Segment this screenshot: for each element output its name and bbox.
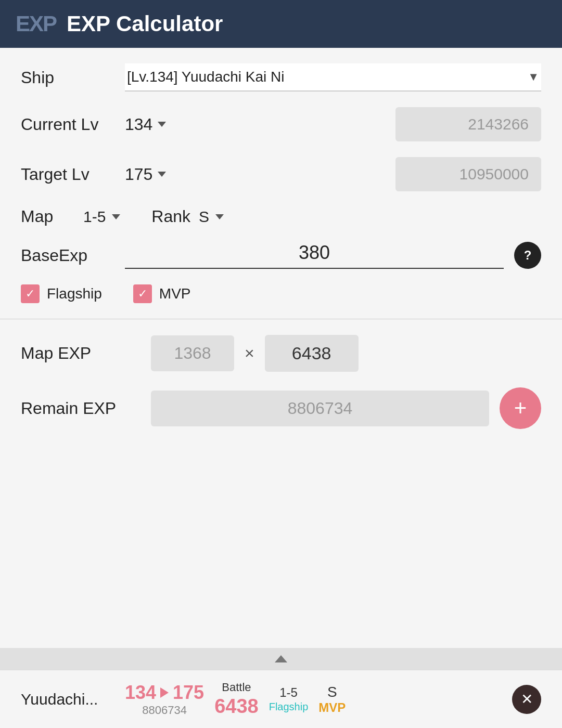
rank-value: S xyxy=(199,208,209,226)
current-lv-exp: 2143266 xyxy=(395,107,541,141)
map-chevron-icon xyxy=(112,214,120,219)
baseexp-input[interactable] xyxy=(125,242,504,264)
mapexp-label: Map EXP xyxy=(21,344,140,363)
close-icon: ✕ xyxy=(521,691,533,708)
target-lv-chevron-icon xyxy=(158,172,166,177)
summary-lv-from: 134 xyxy=(125,682,156,704)
mapexp-row: Map EXP 1368 × 6438 xyxy=(21,335,541,372)
flagship-checkbox[interactable]: ✓ xyxy=(21,284,40,303)
app-header: EXP EXP Calculator xyxy=(0,0,562,48)
target-lv-row: Target Lv 175 10950000 xyxy=(21,157,541,191)
summary-levels: 134 175 xyxy=(125,682,204,704)
remain-label: Remain EXP xyxy=(21,399,140,418)
summary-row: Yuudachi... 134 175 8806734 Battle 6438 … xyxy=(0,670,562,728)
map-rank-row: Map 1-5 Rank S xyxy=(21,207,541,226)
mvp-label: MVP xyxy=(159,285,191,302)
summary-flagship-val: Flagship xyxy=(269,701,309,713)
map-value: 1-5 xyxy=(83,208,106,226)
current-lv-select[interactable]: 134 xyxy=(125,110,166,139)
checkbox-row: ✓ Flagship ✓ MVP xyxy=(21,284,541,303)
app-title: EXP Calculator xyxy=(67,11,223,36)
summary-arrow-icon xyxy=(160,687,169,698)
section-divider xyxy=(0,319,562,319)
mvp-checkbox-item[interactable]: ✓ MVP xyxy=(133,284,191,303)
main-content: Ship [Lv.134] Yuudachi Kai Ni ▼ Current … xyxy=(0,48,562,648)
baseexp-label: BaseExp xyxy=(21,246,114,265)
summary-battle-label: Battle xyxy=(222,681,251,694)
current-lv-chevron-icon xyxy=(158,122,166,127)
rank-chevron-icon xyxy=(215,214,224,219)
ship-chevron-icon: ▼ xyxy=(528,70,539,84)
current-lv-value: 134 xyxy=(125,115,152,134)
summary-rank-val: S xyxy=(327,684,337,700)
flagship-check-icon: ✓ xyxy=(25,287,35,301)
summary-close-button[interactable]: ✕ xyxy=(512,685,541,714)
summary-ship-name: Yuudachi... xyxy=(21,691,114,708)
target-lv-value: 175 xyxy=(125,165,152,184)
summary-remain-exp: 8806734 xyxy=(142,704,187,717)
ship-label: Ship xyxy=(21,68,114,87)
map-selector[interactable]: 1-5 xyxy=(83,208,120,226)
mapexp-value: 1368 xyxy=(151,335,234,371)
map-label: Map xyxy=(21,207,62,226)
mvp-check-icon: ✓ xyxy=(138,287,147,301)
target-lv-exp: 10950000 xyxy=(395,157,541,191)
baseexp-input-container xyxy=(125,242,504,269)
target-lv-label: Target Lv xyxy=(21,165,114,184)
summary-battle-count: 6438 xyxy=(214,695,259,718)
multiply-sign: × xyxy=(245,344,254,363)
target-lv-select[interactable]: 175 xyxy=(125,160,166,189)
rank-label: Rank xyxy=(151,207,190,226)
mvp-checkbox[interactable]: ✓ xyxy=(133,284,152,303)
add-button[interactable]: + xyxy=(500,387,541,429)
panel-toggle-chevron-icon xyxy=(275,655,287,662)
panel-toggle[interactable] xyxy=(0,648,562,670)
summary-levels-block: 134 175 8806734 xyxy=(125,682,204,717)
flagship-label: Flagship xyxy=(47,285,102,302)
remain-value: 8806734 xyxy=(151,391,489,426)
ship-row: Ship [Lv.134] Yuudachi Kai Ni ▼ xyxy=(21,63,541,92)
flagship-checkbox-item[interactable]: ✓ Flagship xyxy=(21,284,102,303)
summary-mvp-val: MVP xyxy=(318,700,346,715)
summary-map-val: 1-5 xyxy=(279,685,298,700)
battle-count-box: 6438 xyxy=(265,335,359,372)
remain-row: Remain EXP 8806734 + xyxy=(21,387,541,429)
baseexp-row: BaseExp ? xyxy=(21,242,541,269)
help-button[interactable]: ? xyxy=(514,242,541,269)
summary-lv-to: 175 xyxy=(173,682,204,704)
summary-map-block: 1-5 Flagship xyxy=(269,685,309,713)
ship-selected-value: [Lv.134] Yuudachi Kai Ni xyxy=(127,69,285,85)
current-lv-label: Current Lv xyxy=(21,115,114,134)
rank-selector[interactable]: S xyxy=(199,208,224,226)
app-logo: EXP xyxy=(16,11,56,36)
summary-battle-block: Battle 6438 xyxy=(214,681,259,718)
ship-selector[interactable]: [Lv.134] Yuudachi Kai Ni ▼ xyxy=(125,63,541,92)
rank-section: Rank S xyxy=(151,207,224,226)
current-lv-row: Current Lv 134 2143266 xyxy=(21,107,541,141)
summary-rank-block: S MVP xyxy=(318,684,346,715)
